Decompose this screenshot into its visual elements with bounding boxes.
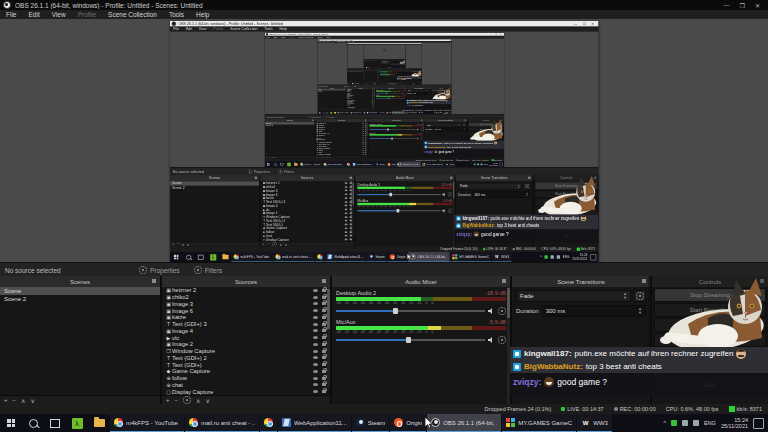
lock-icon[interactable]: [322, 343, 326, 346]
channel-gear-icon[interactable]: [498, 307, 506, 315]
volume-slider[interactable]: [336, 310, 485, 312]
volume-slider[interactable]: [336, 339, 485, 341]
source-row[interactable]: ▣Image 4: [162, 328, 330, 335]
add-scene-button[interactable]: +: [4, 397, 8, 403]
remove-source-button[interactable]: −: [175, 397, 179, 403]
transition-select[interactable]: Fade ▲▼: [516, 290, 631, 302]
visibility-eye-icon[interactable]: [313, 309, 318, 312]
taskbar-app-visualstudio[interactable]: WebApplication11...: [278, 414, 351, 432]
visibility-eye-icon[interactable]: [313, 302, 318, 305]
visibility-eye-icon[interactable]: [313, 289, 318, 292]
slider-handle[interactable]: [393, 308, 398, 314]
visibility-eye-icon[interactable]: [313, 377, 318, 380]
scene-row[interactable]: Scene 2: [0, 295, 160, 303]
transition-settings-button[interactable]: [634, 290, 646, 302]
scenes-header[interactable]: Scenes: [0, 276, 160, 287]
menu-help[interactable]: Help: [190, 11, 215, 18]
tray-expand-icon[interactable]: ^: [663, 420, 666, 426]
source-row[interactable]: ⊕follow: [162, 375, 330, 382]
visibility-eye-icon[interactable]: [313, 316, 318, 319]
minimize-button[interactable]: —: [724, 2, 730, 9]
lock-icon[interactable]: [322, 316, 326, 319]
audio-mixer-header[interactable]: Audio Mixer: [332, 276, 510, 287]
move-source-down-button[interactable]: ∨: [205, 397, 209, 404]
visibility-eye-icon[interactable]: [313, 323, 318, 326]
notification-center-icon[interactable]: [753, 418, 764, 429]
visibility-eye-icon[interactable]: [313, 390, 318, 393]
add-source-button[interactable]: +: [166, 397, 170, 403]
source-row[interactable]: ▣Image 2: [162, 341, 330, 348]
move-scene-up-button[interactable]: ∧: [21, 397, 25, 404]
lock-icon[interactable]: [322, 350, 326, 353]
taskbar-app-mailru[interactable]: mail.ru anti cheat - ...: [185, 414, 259, 432]
source-properties-gear-icon[interactable]: [183, 396, 191, 404]
lock-icon[interactable]: [322, 329, 326, 332]
file-explorer-button[interactable]: [88, 414, 110, 432]
visibility-eye-icon[interactable]: [313, 370, 318, 373]
menu-view[interactable]: View: [46, 11, 72, 18]
taskbar-app-youtube[interactable]: m4kFPS - YouTube ...: [110, 414, 184, 432]
source-row[interactable]: TText (GDI+) 2: [162, 355, 330, 362]
sources-scrollbar[interactable]: [327, 287, 330, 387]
taskbar-app-chrome[interactable]: [260, 414, 277, 432]
taskbar-app-ww3[interactable]: WWW3: [577, 414, 612, 432]
sources-header[interactable]: Sources: [162, 276, 330, 287]
taskbar-app-mygames[interactable]: MY.GAMES GameC...: [502, 414, 576, 432]
lock-icon[interactable]: [322, 363, 326, 366]
lock-icon[interactable]: [322, 356, 326, 359]
visibility-eye-icon[interactable]: [313, 383, 318, 386]
source-row[interactable]: ▣Image 3: [162, 301, 330, 308]
search-button[interactable]: [22, 414, 44, 432]
visibility-eye-icon[interactable]: [313, 329, 318, 332]
visibility-eye-icon[interactable]: [313, 350, 318, 353]
visibility-eye-icon[interactable]: [313, 356, 318, 359]
lock-icon[interactable]: [322, 370, 326, 373]
lock-icon[interactable]: [322, 336, 326, 339]
source-row[interactable]: TText (GDI+): [162, 361, 330, 368]
source-row[interactable]: ▣katze: [162, 314, 330, 321]
source-row[interactable]: ▢Display Capture: [162, 388, 330, 395]
source-row[interactable]: ❐Window Capture: [162, 348, 330, 355]
speaker-icon[interactable]: [488, 308, 495, 314]
speaker-icon[interactable]: [488, 337, 495, 343]
source-row[interactable]: ▣Image 6: [162, 307, 330, 314]
taskbar-app-origin[interactable]: Origin: [390, 414, 426, 432]
move-source-up-button[interactable]: ∧: [196, 397, 200, 404]
close-button[interactable]: ✕: [755, 2, 760, 9]
source-row[interactable]: ◆Game Capture: [162, 368, 330, 375]
visibility-eye-icon[interactable]: [313, 336, 318, 339]
menu-edit[interactable]: Edit: [22, 11, 45, 18]
start-button[interactable]: [0, 414, 22, 432]
clock[interactable]: 15:24 25/11/2021: [721, 417, 748, 429]
menu-profile[interactable]: Profile: [72, 11, 102, 18]
task-view-button[interactable]: [44, 414, 66, 432]
channel-gear-icon[interactable]: [498, 336, 506, 344]
scene-row[interactable]: Scene: [0, 287, 160, 295]
lock-icon[interactable]: [322, 296, 326, 299]
preview-canvas[interactable]: OBS 26.1.1 (64-bit, windows) - Profile: …: [0, 19, 768, 262]
language-indicator[interactable]: ENG: [704, 420, 716, 426]
lock-icon[interactable]: [322, 390, 326, 393]
menu-file[interactable]: File: [0, 11, 22, 18]
slider-handle[interactable]: [406, 337, 411, 343]
source-row[interactable]: ▣hetzner 2: [162, 287, 330, 294]
maximize-button[interactable]: ❐: [740, 2, 745, 9]
source-row[interactable]: ▶vlc: [162, 334, 330, 341]
visibility-eye-icon[interactable]: [313, 343, 318, 346]
properties-button[interactable]: Properties: [139, 266, 180, 274]
menu-tools[interactable]: Tools: [163, 11, 190, 18]
duration-input[interactable]: 300 ms ▲▼: [542, 305, 646, 317]
source-row[interactable]: TText (GDI+) 3: [162, 321, 330, 328]
tray-volume-icon[interactable]: [693, 420, 699, 426]
spinner-icons[interactable]: ▲▼: [638, 307, 642, 315]
lock-icon[interactable]: [322, 383, 326, 386]
tray-network-icon[interactable]: [682, 420, 688, 426]
tray-green-icon[interactable]: [671, 420, 677, 426]
taskbar-app-obs[interactable]: OBS 26.1.1 (64-bit, ...: [427, 414, 501, 432]
obs-titlebar[interactable]: OBS 26.1.1 (64-bit, windows) - Profile: …: [0, 0, 768, 10]
taskbar-app-steam[interactable]: Steam: [352, 414, 389, 432]
lock-icon[interactable]: [322, 377, 326, 380]
source-row[interactable]: ▣chiko2: [162, 294, 330, 301]
source-row[interactable]: ⊕chat: [162, 382, 330, 389]
lock-icon[interactable]: [322, 289, 326, 292]
